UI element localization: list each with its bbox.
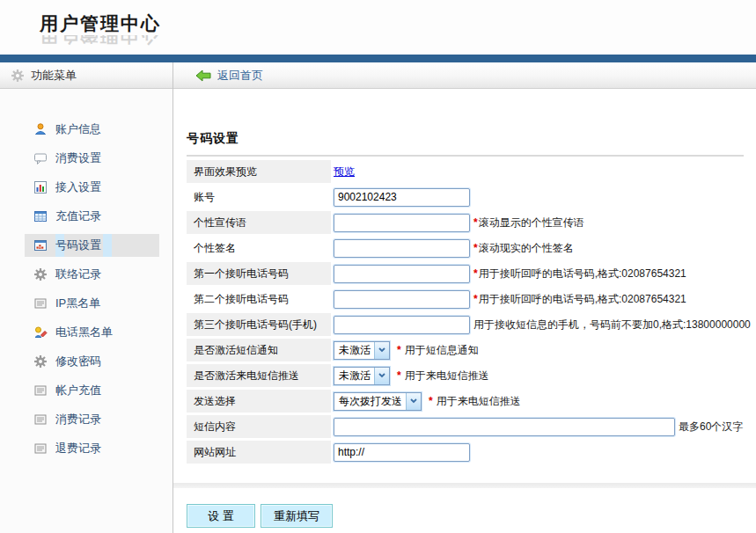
back-to-home-link[interactable]: 返回首页: [189, 68, 263, 84]
required-asterisk: *: [397, 369, 401, 382]
main-toolbar: 返回首页: [173, 62, 756, 89]
form-row-website-url: 网站网址: [187, 441, 744, 464]
sidebar-item-label: 退费记录: [55, 441, 101, 456]
website-url-input[interactable]: [334, 443, 470, 462]
slogan-input[interactable]: [334, 214, 470, 232]
gear-icon: [33, 354, 48, 369]
row-label-phone3-mobile: 第三个接听电话号码(手机): [187, 313, 331, 336]
form-row-preview: 界面效果预览预览: [187, 160, 744, 183]
form-row-signature: 个性签名*滚动现实的个性签名: [187, 237, 744, 259]
form-bottom-divider: [173, 483, 756, 488]
bar-chart-icon: [33, 180, 48, 194]
row-label-website-url: 网站网址: [187, 441, 331, 464]
form-row-phone3-mobile: 第三个接听电话号码(手机)用于接收短信息的手机，号码前不要加0,格式:13800…: [187, 313, 744, 336]
row-value-slogan: *滚动显示的个性宣传语: [331, 211, 584, 234]
row-value-phone2: *用于接听回呼的电话号码,格式:02087654321: [331, 288, 686, 310]
required-asterisk: *: [473, 216, 478, 229]
sidebar-header: 功能菜单: [0, 62, 172, 89]
sidebar-item-consume-records[interactable]: 消费记录: [25, 408, 159, 431]
send-option-select[interactable]: 每次拨打发送: [334, 392, 422, 411]
form-row-phone2: 第二个接听电话号码*用于接听回呼的电话号码,格式:02087654321: [187, 288, 744, 310]
document-icon: [33, 413, 48, 427]
sidebar-item-number-settings[interactable]: 号码设置: [25, 234, 159, 257]
row-label-send-option: 发送选择: [187, 390, 331, 413]
gear-icon: [33, 267, 48, 281]
row-value-phone3-mobile: 用于接收短信息的手机，号码前不要加0,格式:13800000000: [331, 313, 751, 336]
sidebar-item-contact-records[interactable]: 联络记录: [25, 263, 159, 286]
required-asterisk: *: [473, 267, 478, 280]
row-remark-phone3-mobile: 用于接收短信息的手机，号码前不要加0,格式:13800000000: [473, 318, 751, 332]
call-sms-push-selected-value: 未激活: [334, 369, 374, 383]
phone2-input[interactable]: [334, 290, 470, 309]
form-row-send-option: 发送选择每次拨打发送*用于来电短信推送: [187, 390, 744, 413]
reset-button[interactable]: 重新填写: [261, 504, 333, 528]
row-value-call-sms-push: 未激活*用于来电短信推送: [331, 364, 489, 387]
sidebar-item-label: 消费设置: [55, 150, 101, 166]
sidebar-item-label: 号码设置: [55, 237, 101, 253]
row-remark-signature: *滚动现实的个性签名: [473, 241, 574, 256]
form-row-sms-notify: 是否激活短信通知未激活*用于短信息通知: [187, 339, 744, 361]
form-buttons: 设 置 重新填写: [187, 504, 744, 528]
sidebar-item-phone-blacklist[interactable]: 电话黑名单: [25, 321, 159, 344]
account-input[interactable]: [334, 188, 470, 207]
row-remark-slogan: *滚动显示的个性宣传语: [473, 215, 584, 230]
phone3-mobile-input[interactable]: [334, 316, 470, 334]
row-value-sms-content: 最多60个汉字: [331, 415, 743, 438]
document-icon: [33, 383, 48, 398]
sms-notify-select[interactable]: 未激活: [334, 341, 390, 360]
sidebar-item-label: 消费记录: [55, 412, 101, 427]
form-row-sms-content: 短信内容最多60个汉字: [187, 415, 744, 438]
sidebar-item-consume-settings[interactable]: 消费设置: [25, 147, 159, 170]
sidebar-item-label: 联络记录: [55, 266, 101, 282]
sidebar-title: 功能菜单: [31, 68, 77, 84]
row-value-website-url: [331, 441, 470, 464]
row-label-phone2: 第二个接听电话号码: [187, 288, 331, 310]
sidebar-item-access-settings[interactable]: 接入设置: [25, 176, 159, 199]
form-row-call-sms-push: 是否激活来电短信推送未激活*用于来电短信推送: [187, 364, 744, 387]
document-icon: [33, 442, 48, 456]
chevron-down-icon[interactable]: [406, 393, 421, 410]
sidebar-item-account-recharge[interactable]: 帐户充值: [25, 379, 159, 402]
signature-input[interactable]: [334, 239, 470, 258]
row-label-sms-notify: 是否激活短信通知: [187, 339, 331, 361]
sidebar-item-refund-records[interactable]: 退费记录: [25, 437, 159, 460]
row-label-slogan: 个性宣传语: [187, 211, 331, 234]
sidebar-item-recharge-records[interactable]: 充值记录: [25, 205, 159, 228]
sidebar-item-label: 接入设置: [55, 179, 101, 195]
chevron-down-icon[interactable]: [374, 342, 389, 359]
row-remark-sms-notify: *用于短信息通知: [397, 343, 479, 358]
preview-link[interactable]: 预览: [334, 164, 355, 179]
submit-button[interactable]: 设 置: [187, 504, 255, 528]
sidebar-item-label: 帐户充值: [55, 383, 101, 398]
app-header: 用户管理中心 用户管理中心: [0, 0, 756, 55]
row-remark-send-option: *用于来电短信推送: [429, 394, 521, 409]
back-to-home-label: 返回首页: [217, 68, 263, 84]
sms-content-input[interactable]: [334, 418, 675, 436]
sidebar-item-label: 修改密码: [55, 354, 101, 369]
sidebar-item-label: 充值记录: [55, 208, 101, 224]
gear-icon: [11, 69, 25, 83]
sms-notify-selected-value: 未激活: [334, 343, 374, 358]
call-sms-push-select[interactable]: 未激活: [334, 367, 390, 385]
form-title: 号码设置: [187, 130, 744, 147]
required-asterisk: *: [473, 293, 478, 305]
main-content: 返回首页 号码设置 界面效果预览预览账号个性宣传语*滚动显示的个性宣传语个性签名…: [173, 62, 756, 533]
form-row-slogan: 个性宣传语*滚动显示的个性宣传语: [187, 211, 744, 234]
row-value-signature: *滚动现实的个性签名: [331, 237, 574, 259]
phone1-input[interactable]: [334, 265, 470, 283]
row-label-phone1: 第一个接听电话号码: [187, 262, 331, 285]
row-label-call-sms-push: 是否激活来电短信推送: [187, 364, 331, 387]
page: 用户管理中心 用户管理中心 功能菜单 账户信息消费设置接入设置充值记录号码设置联…: [0, 0, 756, 533]
row-value-phone1: *用于接听回呼的电话号码,格式:02087654321: [331, 262, 686, 285]
user-edit-icon: [33, 325, 48, 340]
sidebar-item-change-password[interactable]: 修改密码: [25, 350, 159, 373]
row-value-send-option: 每次拨打发送*用于来电短信推送: [331, 390, 521, 413]
table-icon: [33, 209, 48, 223]
chevron-down-icon[interactable]: [374, 368, 389, 384]
sidebar-item-ip-blacklist[interactable]: IP黑名单: [25, 292, 159, 315]
sidebar-item-account-info[interactable]: 账户信息: [25, 118, 159, 141]
row-remark-phone1: *用于接听回呼的电话号码,格式:02087654321: [473, 266, 686, 281]
row-remark-call-sms-push: *用于来电短信推送: [397, 369, 489, 383]
send-option-selected-value: 每次拨打发送: [334, 394, 406, 409]
form-table: 界面效果预览预览账号个性宣传语*滚动显示的个性宣传语个性签名*滚动现实的个性签名…: [187, 155, 744, 464]
